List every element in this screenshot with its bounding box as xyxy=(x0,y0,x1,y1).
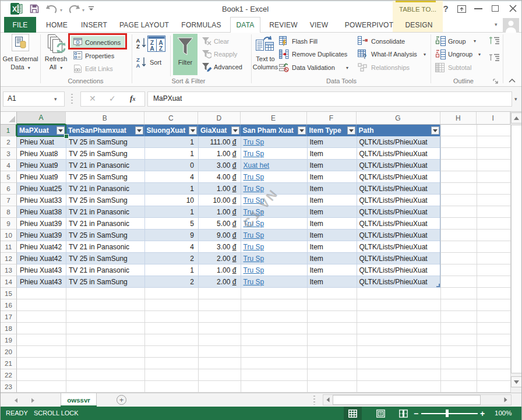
svg-text:Z: Z xyxy=(159,45,163,52)
svg-text:?: ? xyxy=(363,54,366,59)
svg-text:X: X xyxy=(12,5,17,13)
svg-text:Z: Z xyxy=(136,43,140,49)
svg-text:A: A xyxy=(150,45,154,52)
svg-text:A: A xyxy=(136,62,140,68)
